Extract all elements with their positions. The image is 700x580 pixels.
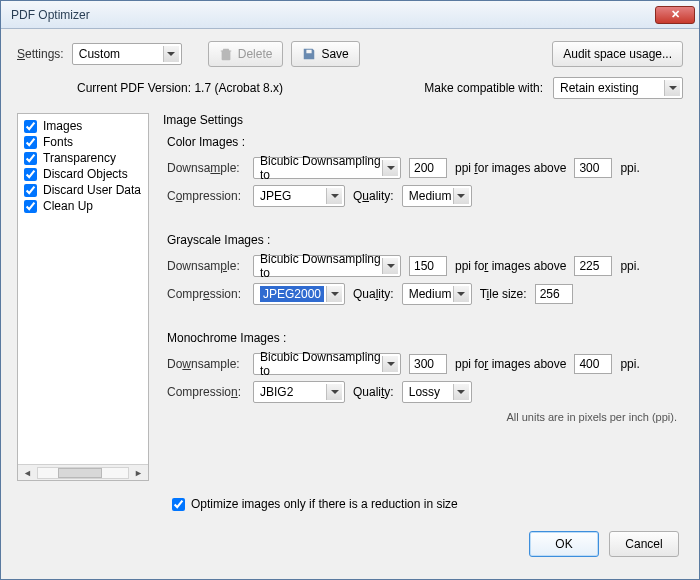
optimize-only-checkbox[interactable]	[172, 498, 185, 511]
delete-button: Delete	[208, 41, 284, 67]
chevron-down-icon	[453, 286, 469, 302]
panel-title: Image Settings	[163, 113, 683, 127]
pdf-optimizer-window: PDF Optimizer ✕ Settings: Custom Delete	[0, 0, 700, 580]
quality-label: Quality:	[353, 385, 394, 399]
gray-tile-size-input[interactable]	[535, 284, 573, 304]
ok-button[interactable]: OK	[529, 531, 599, 557]
sidebar-item-discard-objects[interactable]: Discard Objects	[24, 166, 142, 182]
select-value: Bicubic Downsampling to	[260, 252, 382, 280]
sidebar-label: Discard User Data	[43, 183, 141, 197]
ppi-label: ppi.	[620, 259, 639, 273]
sidebar-check-fonts[interactable]	[24, 136, 37, 149]
sidebar-check-images[interactable]	[24, 120, 37, 133]
select-value: Bicubic Downsampling to	[260, 154, 382, 182]
for-above-label: ppi for images above	[455, 259, 566, 273]
save-button-label: Save	[321, 47, 348, 61]
select-value: JPEG2000	[260, 286, 324, 302]
sidebar-item-clean-up[interactable]: Clean Up	[24, 198, 142, 214]
compat-select-value: Retain existing	[560, 81, 639, 95]
select-value: Bicubic Downsampling to	[260, 350, 382, 378]
current-version-text: Current PDF Version: 1.7 (Acrobat 8.x)	[77, 81, 283, 95]
scroll-track[interactable]	[37, 467, 129, 479]
settings-select-value: Custom	[79, 47, 120, 61]
select-value: JPEG	[260, 189, 291, 203]
mono-target-ppi-input[interactable]	[409, 354, 447, 374]
settings-label: Settings:	[17, 47, 64, 61]
compression-label: Compression:	[167, 385, 245, 399]
category-sidebar: Images Fonts Transparency Discard Object…	[17, 113, 149, 481]
downsample-label: Downsample:	[167, 161, 245, 175]
mono-compression-select[interactable]: JBIG2	[253, 381, 345, 403]
select-value: Lossy	[409, 385, 440, 399]
compression-label: Compression:	[167, 287, 245, 301]
close-button[interactable]: ✕	[655, 6, 695, 24]
downsample-label: Downsample:	[167, 259, 245, 273]
gray-above-ppi-input[interactable]	[574, 256, 612, 276]
sidebar-item-transparency[interactable]: Transparency	[24, 150, 142, 166]
trash-icon	[219, 47, 233, 61]
units-note: All units are in pixels per inch (ppi).	[163, 411, 683, 423]
scroll-thumb[interactable]	[58, 468, 102, 478]
color-above-ppi-input[interactable]	[574, 158, 612, 178]
save-button[interactable]: Save	[291, 41, 359, 67]
sidebar-item-images[interactable]: Images	[24, 118, 142, 134]
ppi-label: ppi.	[620, 161, 639, 175]
sidebar-label: Transparency	[43, 151, 116, 165]
ok-button-label: OK	[555, 537, 572, 551]
delete-button-label: Delete	[238, 47, 273, 61]
image-settings-panel: Image Settings Color Images : Downsample…	[163, 113, 683, 481]
for-above-label: ppi for images above	[455, 161, 566, 175]
sidebar-scrollbar[interactable]: ◄ ►	[18, 464, 148, 480]
titlebar: PDF Optimizer ✕	[1, 1, 699, 29]
close-icon: ✕	[671, 8, 680, 21]
audit-space-button[interactable]: Audit space usage...	[552, 41, 683, 67]
sidebar-check-discard-user-data[interactable]	[24, 184, 37, 197]
color-images-heading: Color Images :	[167, 135, 683, 149]
sidebar-check-discard-objects[interactable]	[24, 168, 37, 181]
cancel-button[interactable]: Cancel	[609, 531, 679, 557]
chevron-down-icon	[326, 286, 342, 302]
sidebar-label: Discard Objects	[43, 167, 128, 181]
color-downsample-select[interactable]: Bicubic Downsampling to	[253, 157, 401, 179]
gray-downsample-select[interactable]: Bicubic Downsampling to	[253, 255, 401, 277]
sidebar-label: Fonts	[43, 135, 73, 149]
sidebar-label: Images	[43, 119, 82, 133]
quality-label: Quality:	[353, 189, 394, 203]
audit-space-label: Audit space usage...	[563, 47, 672, 61]
scroll-left-icon[interactable]: ◄	[20, 468, 35, 478]
compat-select[interactable]: Retain existing	[553, 77, 683, 99]
grayscale-images-heading: Grayscale Images :	[167, 233, 683, 247]
select-value: JBIG2	[260, 385, 293, 399]
scroll-right-icon[interactable]: ►	[131, 468, 146, 478]
save-icon	[302, 47, 316, 61]
color-compression-select[interactable]: JPEG	[253, 185, 345, 207]
gray-compression-select[interactable]: JPEG2000	[253, 283, 345, 305]
tile-size-label: Tile size:	[480, 287, 527, 301]
window-title: PDF Optimizer	[11, 8, 655, 22]
gray-quality-select[interactable]: Medium	[402, 283, 472, 305]
sidebar-check-clean-up[interactable]	[24, 200, 37, 213]
settings-select[interactable]: Custom	[72, 43, 182, 65]
color-quality-select[interactable]: Medium	[402, 185, 472, 207]
chevron-down-icon	[453, 188, 469, 204]
color-target-ppi-input[interactable]	[409, 158, 447, 178]
optimize-only-label: Optimize images only if there is a reduc…	[191, 497, 458, 511]
chevron-down-icon	[326, 188, 342, 204]
mono-above-ppi-input[interactable]	[574, 354, 612, 374]
gray-target-ppi-input[interactable]	[409, 256, 447, 276]
sidebar-label: Clean Up	[43, 199, 93, 213]
mono-downsample-select[interactable]: Bicubic Downsampling to	[253, 353, 401, 375]
quality-label: Quality:	[353, 287, 394, 301]
compression-label: Compression:	[167, 189, 245, 203]
mono-quality-select[interactable]: Lossy	[402, 381, 472, 403]
select-value: Medium	[409, 287, 452, 301]
sidebar-check-transparency[interactable]	[24, 152, 37, 165]
sidebar-item-discard-user-data[interactable]: Discard User Data	[24, 182, 142, 198]
cancel-button-label: Cancel	[625, 537, 662, 551]
sidebar-item-fonts[interactable]: Fonts	[24, 134, 142, 150]
chevron-down-icon	[163, 46, 179, 62]
chevron-down-icon	[382, 356, 398, 372]
select-value: Medium	[409, 189, 452, 203]
chevron-down-icon	[326, 384, 342, 400]
chevron-down-icon	[382, 160, 398, 176]
